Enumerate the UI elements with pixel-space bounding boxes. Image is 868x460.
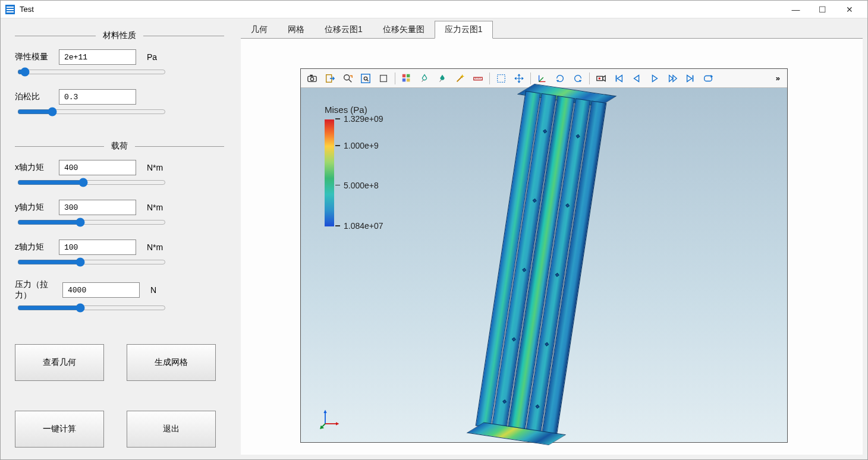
field-poisson: 泊松比 (15, 89, 224, 105)
field-force: 压力（拉力） N (15, 279, 224, 301)
titlebar: Test — ☐ ✕ (1, 1, 867, 18)
record-icon[interactable] (593, 71, 609, 86)
rotate-ccw-icon[interactable] (570, 71, 586, 86)
elastic-label: 弹性模量 (15, 52, 59, 62)
toolbar-overflow[interactable]: » (771, 74, 785, 83)
mz-slider[interactable] (17, 257, 166, 267)
svg-rect-2 (7, 11, 14, 12)
svg-rect-5 (310, 74, 313, 76)
svg-line-11 (367, 79, 369, 81)
tab-disp1[interactable]: 位移云图1 (315, 21, 373, 38)
toolbar-separator (530, 73, 531, 84)
drop2-icon[interactable] (434, 71, 451, 86)
box-icon[interactable] (375, 71, 392, 86)
tab-dispv[interactable]: 位移矢量图 (373, 21, 435, 38)
svg-rect-9 (361, 74, 370, 82)
my-label: y轴力矩 (15, 202, 59, 213)
poisson-slider[interactable] (17, 107, 166, 116)
svg-rect-40 (705, 75, 712, 81)
export-icon[interactable] (322, 71, 338, 86)
ruler-icon[interactable] (470, 71, 486, 86)
svg-rect-12 (380, 75, 387, 81)
svg-line-26 (539, 77, 543, 81)
tab-stress1[interactable]: 应力云图1 (435, 21, 493, 39)
main-area: 几何网格位移云图1位移矢量图应力云图1 » Mises (Pa) 1.329e+… (238, 18, 867, 459)
elastic-slider[interactable] (17, 67, 166, 77)
rotate-cw-icon[interactable] (552, 71, 568, 86)
move-icon[interactable] (511, 71, 527, 86)
mx-unit: N*m (147, 163, 163, 172)
elastic-input[interactable] (59, 49, 136, 65)
field-elastic: 弹性模量 Pa (15, 49, 224, 65)
elastic-unit: Pa (147, 52, 157, 62)
window-maximize-button[interactable]: ☐ (809, 1, 836, 18)
result-beam (476, 91, 608, 438)
app-icon (5, 5, 15, 14)
svg-rect-16 (407, 78, 410, 81)
svg-point-4 (310, 77, 313, 80)
svg-line-8 (349, 79, 352, 82)
svg-rect-23 (498, 74, 505, 82)
magic-icon[interactable] (452, 71, 468, 86)
force-input[interactable] (62, 282, 140, 298)
step-back-icon[interactable] (628, 71, 645, 86)
sidebar: 材料性质 弹性模量 Pa 泊松比 (1, 18, 238, 459)
mz-label: z轴力矩 (15, 242, 59, 253)
legend-tick: 1.329e+09 (335, 114, 383, 124)
svg-rect-13 (402, 74, 405, 77)
mx-slider[interactable] (17, 178, 166, 187)
field-my: y轴力矩 N*m (15, 200, 224, 215)
my-slider[interactable] (17, 218, 166, 227)
action-buttons: 查看几何 生成网格 一键计算 退出 (15, 344, 224, 448)
mz-unit: N*m (147, 242, 163, 252)
camera-icon[interactable] (304, 71, 320, 86)
svg-marker-43 (323, 410, 326, 413)
legend-tick: 5.000e+8 (335, 181, 379, 190)
generate-mesh-button[interactable]: 生成网格 (127, 344, 216, 381)
group-material-label: 材料性质 (96, 30, 143, 41)
toolbar-separator (589, 73, 590, 84)
viewer-3d[interactable]: » Mises (Pa) 1.329e+091.000e+95.000e+81.… (300, 68, 788, 443)
force-slider[interactable] (17, 303, 166, 313)
tab-mesh[interactable]: 网格 (278, 21, 315, 38)
window-title: Test (20, 5, 782, 14)
window-minimize-button[interactable]: — (782, 1, 809, 18)
legend-colorbar: 1.329e+091.000e+95.000e+81.084e+07 (325, 119, 334, 226)
svg-marker-34 (634, 75, 639, 81)
window-close-button[interactable]: ✕ (836, 1, 863, 18)
play-icon[interactable] (646, 71, 663, 86)
legend-title: Mises (Pa) (325, 105, 367, 115)
toolbar-separator (395, 73, 395, 84)
mx-input[interactable] (59, 160, 136, 175)
zoom-fit-icon[interactable] (357, 71, 374, 86)
loop-icon[interactable] (700, 71, 716, 86)
svg-rect-1 (7, 9, 14, 10)
group-material: 材料性质 弹性模量 Pa 泊松比 (15, 30, 224, 129)
select-box-icon[interactable] (493, 71, 510, 86)
zoom-area-icon[interactable] (339, 71, 356, 86)
palette-icon[interactable] (398, 71, 415, 86)
force-label: 压力（拉力） (15, 279, 62, 301)
skip-first-icon[interactable] (611, 71, 627, 86)
my-input[interactable] (59, 200, 136, 215)
legend: Mises (Pa) 1.329e+091.000e+95.000e+81.08… (325, 105, 367, 226)
compute-button[interactable]: 一键计算 (15, 411, 104, 448)
group-load: 载荷 x轴力矩 N*m y轴力矩 N*m z轴力矩 (15, 141, 224, 325)
tab-geom[interactable]: 几何 (241, 21, 278, 38)
svg-rect-18 (474, 77, 482, 80)
legend-tick: 1.084e+07 (335, 221, 383, 231)
view-geometry-button[interactable]: 查看几何 (15, 344, 104, 381)
tab-bar: 几何网格位移云图1位移矢量图应力云图1 (241, 22, 863, 39)
svg-marker-35 (652, 75, 657, 81)
step-fwd-icon[interactable] (664, 71, 681, 86)
exit-button[interactable]: 退出 (127, 411, 216, 448)
poisson-input[interactable] (59, 89, 136, 105)
svg-marker-45 (336, 422, 339, 425)
skip-last-icon[interactable] (682, 71, 699, 86)
mz-input[interactable] (59, 240, 136, 255)
drop1-icon[interactable] (416, 71, 433, 86)
svg-point-31 (599, 77, 601, 80)
field-mz: z轴力矩 N*m (15, 240, 224, 255)
legend-tick: 1.000e+9 (335, 141, 379, 150)
app-window: Test — ☐ ✕ 材料性质 弹性模量 Pa 泊松比 (0, 0, 868, 460)
